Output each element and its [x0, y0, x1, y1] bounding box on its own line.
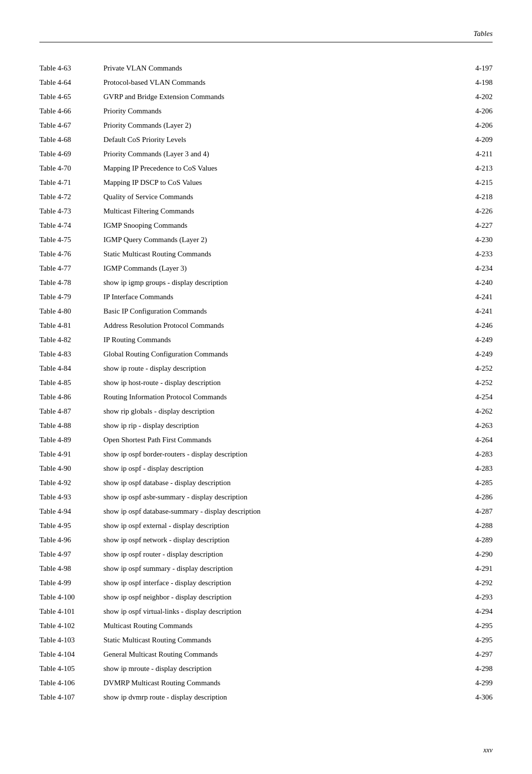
table-row: Table 4-78show ip igmp groups - display … — [39, 277, 493, 288]
table-row: Table 4-93show ip ospf asbr-summary - di… — [39, 491, 493, 503]
table-row: Table 4-75IGMP Query Commands (Layer 2)4… — [39, 234, 493, 246]
toc-number: Table 4-66 — [39, 105, 103, 117]
toc-title: show ip dvmrp route - display descriptio… — [103, 691, 453, 703]
toc-page: 4-285 — [453, 477, 493, 489]
toc-number: Table 4-71 — [39, 176, 103, 188]
table-row: Table 4-102Multicast Routing Commands4-2… — [39, 620, 493, 632]
toc-title: show ip route - display description — [103, 362, 453, 374]
table-row: Table 4-106DVMRP Multicast Routing Comma… — [39, 677, 493, 689]
toc-title: show ip ospf border-routers - display de… — [103, 448, 453, 460]
toc-number: Table 4-104 — [39, 648, 103, 660]
toc-title: Priority Commands — [103, 105, 453, 117]
page-number: xxv — [483, 746, 493, 754]
toc-title: show ip ospf - display description — [103, 462, 453, 474]
toc-number: Table 4-99 — [39, 577, 103, 589]
toc-page: 4-213 — [453, 162, 493, 174]
toc-title: Quality of Service Commands — [103, 191, 453, 203]
toc-page: 4-291 — [453, 563, 493, 574]
toc-page: 4-292 — [453, 577, 493, 589]
toc-title: show ip ospf virtual-links - display des… — [103, 605, 453, 617]
toc-page: 4-249 — [453, 334, 493, 346]
toc-title: Default CoS Priority Levels — [103, 134, 453, 145]
toc-page: 4-241 — [453, 291, 493, 303]
toc-page: 4-209 — [453, 134, 493, 145]
toc-number: Table 4-96 — [39, 534, 103, 546]
toc-title: Static Multicast Routing Commands — [103, 634, 453, 646]
toc-page: 4-206 — [453, 105, 493, 117]
toc-page: 4-306 — [453, 691, 493, 703]
toc-title: Protocol-based VLAN Commands — [103, 76, 453, 88]
toc-title: IP Interface Commands — [103, 291, 453, 303]
header-title: Tables — [473, 30, 493, 38]
table-row: Table 4-85show ip host-route - display d… — [39, 377, 493, 388]
toc-title: show ip ospf interface - display descrip… — [103, 577, 453, 589]
toc-number: Table 4-75 — [39, 234, 103, 246]
toc-title: Open Shortest Path First Commands — [103, 434, 453, 446]
toc-title: show ip rip - display description — [103, 420, 453, 431]
table-row: Table 4-72Quality of Service Commands4-2… — [39, 191, 493, 203]
table-row: Table 4-65GVRP and Bridge Extension Comm… — [39, 91, 493, 103]
toc-title: show ip ospf router - display descriptio… — [103, 548, 453, 560]
toc-page: 4-197 — [453, 62, 493, 74]
table-row: Table 4-64Protocol-based VLAN Commands4-… — [39, 76, 493, 88]
table-row: Table 4-101show ip ospf virtual-links - … — [39, 605, 493, 617]
table-row: Table 4-74IGMP Snooping Commands4-227 — [39, 219, 493, 231]
table-row: Table 4-70Mapping IP Precedence to CoS V… — [39, 162, 493, 174]
toc-page: 4-202 — [453, 91, 493, 103]
toc-number: Table 4-90 — [39, 462, 103, 474]
toc-number: Table 4-94 — [39, 505, 103, 517]
toc-page: 4-286 — [453, 491, 493, 503]
toc-page: 4-218 — [453, 191, 493, 203]
table-row: Table 4-86Routing Information Protocol C… — [39, 391, 493, 403]
toc-page: 4-294 — [453, 605, 493, 617]
toc-number: Table 4-72 — [39, 191, 103, 203]
table-row: Table 4-81Address Resolution Protocol Co… — [39, 319, 493, 331]
toc-page: 4-283 — [453, 448, 493, 460]
toc-number: Table 4-98 — [39, 563, 103, 574]
table-row: Table 4-88show ip rip - display descript… — [39, 420, 493, 431]
toc-number: Table 4-79 — [39, 291, 103, 303]
toc-page: 4-254 — [453, 391, 493, 403]
page-footer: xxv — [483, 746, 493, 754]
toc-page: 4-227 — [453, 219, 493, 231]
toc-number: Table 4-68 — [39, 134, 103, 145]
toc-page: 4-295 — [453, 634, 493, 646]
toc-page: 4-234 — [453, 262, 493, 274]
toc-title: show ip mroute - display description — [103, 663, 453, 674]
toc-number: Table 4-106 — [39, 677, 103, 689]
toc-number: Table 4-84 — [39, 362, 103, 374]
toc-page: 4-215 — [453, 176, 493, 188]
toc-title: Priority Commands (Layer 3 and 4) — [103, 148, 453, 160]
toc-title: GVRP and Bridge Extension Commands — [103, 91, 453, 103]
toc-number: Table 4-102 — [39, 620, 103, 632]
toc-title: IGMP Commands (Layer 3) — [103, 262, 453, 274]
table-row: Table 4-77IGMP Commands (Layer 3)4-234 — [39, 262, 493, 274]
toc-title: show ip ospf database-summary - display … — [103, 505, 453, 517]
toc-title: Priority Commands (Layer 2) — [103, 119, 453, 131]
toc-number: Table 4-105 — [39, 663, 103, 674]
toc-page: 4-289 — [453, 534, 493, 546]
toc-number: Table 4-86 — [39, 391, 103, 403]
toc-page: 4-298 — [453, 663, 493, 674]
toc-title: Mapping IP DSCP to CoS Values — [103, 176, 453, 188]
table-row: Table 4-103Static Multicast Routing Comm… — [39, 634, 493, 646]
table-of-contents: Table 4-63Private VLAN Commands4-197Tabl… — [39, 62, 493, 703]
toc-title: Basic IP Configuration Commands — [103, 305, 453, 317]
table-row: Table 4-99show ip ospf interface - displ… — [39, 577, 493, 589]
table-row: Table 4-68Default CoS Priority Levels4-2… — [39, 134, 493, 145]
table-row: Table 4-90show ip ospf - display descrip… — [39, 462, 493, 474]
toc-page: 4-264 — [453, 434, 493, 446]
toc-number: Table 4-81 — [39, 319, 103, 331]
table-row: Table 4-107show ip dvmrp route - display… — [39, 691, 493, 703]
toc-title: show ip igmp groups - display descriptio… — [103, 277, 453, 288]
toc-page: 4-283 — [453, 462, 493, 474]
table-row: Table 4-69Priority Commands (Layer 3 and… — [39, 148, 493, 160]
toc-number: Table 4-73 — [39, 205, 103, 217]
toc-number: Table 4-101 — [39, 605, 103, 617]
toc-number: Table 4-91 — [39, 448, 103, 460]
toc-page: 4-299 — [453, 677, 493, 689]
toc-number: Table 4-88 — [39, 420, 103, 431]
toc-number: Table 4-69 — [39, 148, 103, 160]
toc-title: show ip ospf network - display descripti… — [103, 534, 453, 546]
table-row: Table 4-98show ip ospf summary - display… — [39, 563, 493, 574]
